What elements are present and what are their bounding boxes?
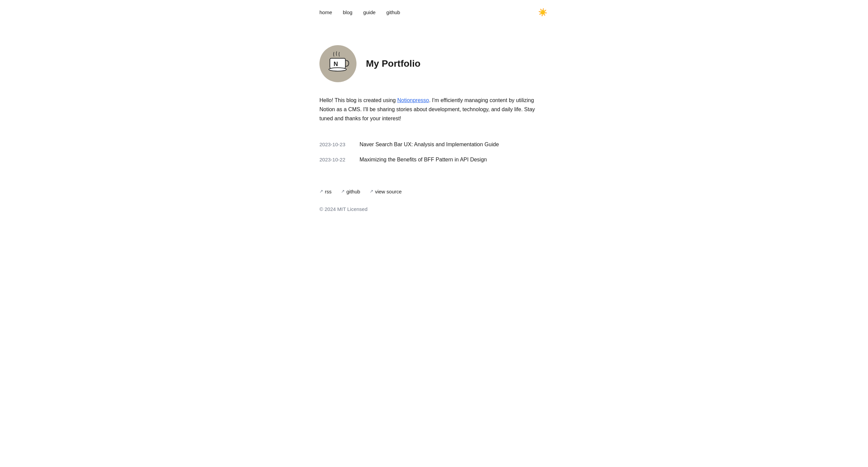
notionpresso-link[interactable]: Notionpresso: [397, 97, 429, 103]
footer-links: ↗ rss ↗ github ↗ view source: [319, 184, 549, 196]
github-footer-link[interactable]: ↗ github: [341, 188, 360, 196]
avatar-image: N: [324, 50, 351, 77]
nav-blog[interactable]: blog: [343, 8, 352, 17]
post-title-2[interactable]: Maximizing the Benefits of BFF Pattern i…: [360, 155, 487, 164]
nav-home[interactable]: home: [319, 8, 332, 17]
copyright-text: © 2024 MIT Licensed: [319, 205, 549, 213]
description-text: Hello! This blog is created using Notion…: [319, 96, 549, 123]
nav-github[interactable]: github: [386, 8, 400, 17]
view-source-link[interactable]: ↗ view source: [370, 188, 402, 196]
svg-point-2: [329, 68, 346, 71]
arrow-icon-github: ↗: [341, 188, 345, 195]
page-title: My Portfolio: [366, 56, 421, 71]
arrow-icon-source: ↗: [370, 188, 373, 195]
theme-toggle-button[interactable]: ☀️: [537, 7, 549, 18]
rss-label: rss: [325, 188, 332, 196]
nav-guide[interactable]: guide: [363, 8, 376, 17]
view-source-label: view source: [375, 188, 402, 196]
post-date-1: 2023-10-23: [319, 141, 351, 149]
posts-list: 2023-10-23 Naver Search Bar UX: Analysis…: [319, 137, 549, 167]
profile-section: N My Portfolio: [319, 45, 549, 82]
arrow-icon-rss: ↗: [319, 188, 323, 195]
table-row: 2023-10-22 Maximizing the Benefits of BF…: [319, 152, 549, 167]
github-footer-label: github: [346, 188, 360, 196]
svg-text:N: N: [334, 61, 338, 67]
table-row: 2023-10-23 Naver Search Bar UX: Analysis…: [319, 137, 549, 152]
post-title-1[interactable]: Naver Search Bar UX: Analysis and Implem…: [360, 140, 499, 149]
rss-link[interactable]: ↗ rss: [319, 188, 332, 196]
post-date-2: 2023-10-22: [319, 156, 351, 164]
avatar: N: [319, 45, 356, 82]
main-nav: home blog guide github: [319, 8, 400, 17]
header: home blog guide github ☀️: [319, 0, 549, 25]
